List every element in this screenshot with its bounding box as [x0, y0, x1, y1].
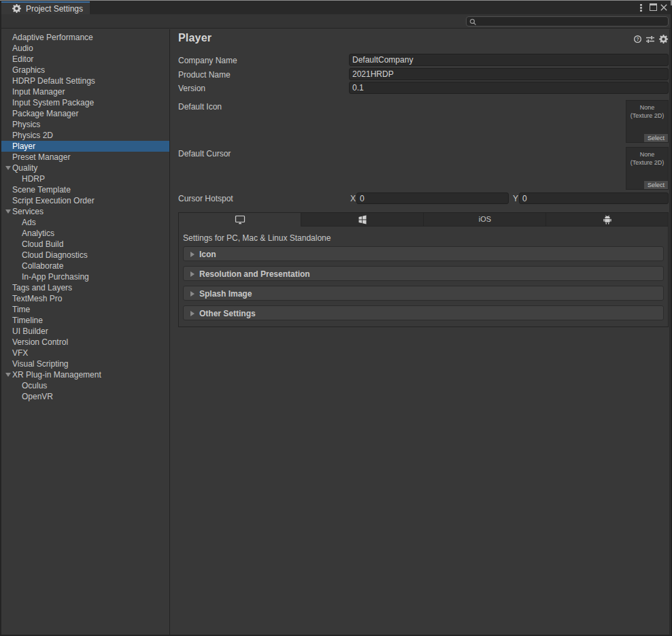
svg-text:?: ?	[636, 37, 639, 41]
